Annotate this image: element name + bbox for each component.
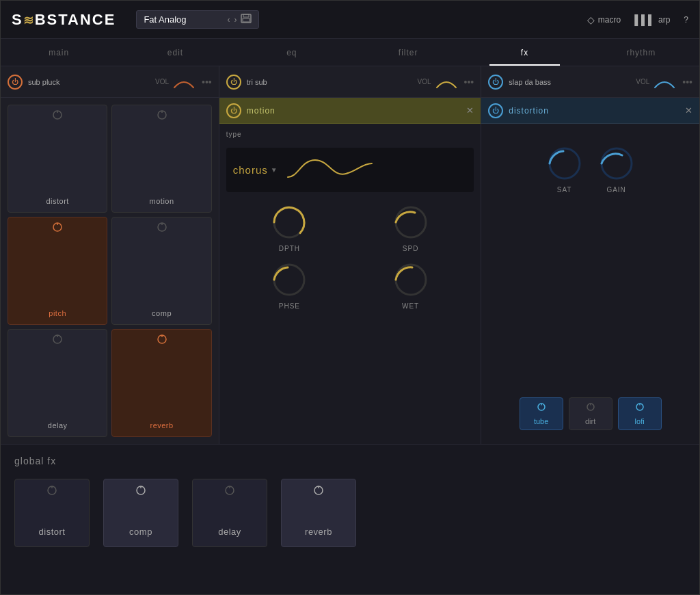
channel-2-more-button[interactable]: ••• [464,77,474,88]
dist-type-dirt-power[interactable] [586,402,595,414]
arp-button[interactable]: ▌▌▌ arp [634,14,670,25]
motion-panel-title: motion [247,106,467,116]
macro-button[interactable]: ◇ macro [587,14,621,25]
dist-type-lofi-label: lofi [635,417,645,425]
motion-panel-close[interactable]: ✕ [466,105,474,116]
fx-cell-delay1-label: delay [48,421,68,429]
preset-prev-button[interactable]: ‹ [227,15,230,25]
type-selector[interactable]: chorus ▼ [233,164,278,176]
global-fx-reverb[interactable]: reverb [281,479,356,547]
channel-2-vol-knob[interactable] [434,75,459,89]
tab-filter[interactable]: filter [350,39,466,66]
dist-type-lofi-power[interactable] [635,402,645,414]
distortion-panel-header: ⏻ distortion ✕ [481,98,699,124]
preset-name: Fat Analog [144,14,220,25]
knob-spd-control[interactable] [392,203,430,241]
fx-cell-comp1-label: comp [152,309,172,317]
channel-2-power[interactable]: ⏻ [226,75,241,90]
dist-type-tube-label: tube [534,417,548,425]
global-fx-comp[interactable]: comp [103,479,178,547]
fx-cell-reverb1-label: reverb [150,421,173,429]
knob-dpth-label: DPTH [279,245,300,252]
knob-phse-control[interactable] [270,261,308,299]
type-value: chorus [233,164,268,176]
fx-cell-comp1[interactable]: comp [111,217,211,325]
knob-dpth: DPTH [233,203,346,252]
global-fx-distort-power[interactable] [46,485,57,499]
tab-main[interactable]: main [1,39,117,66]
help-button[interactable]: ? [684,15,688,25]
fx-cell-comp1-power[interactable] [157,222,167,235]
channel-3-header: ⏻ slap da bass VOL ••• [481,66,699,98]
channel-1-vol-knob[interactable] [172,75,196,89]
distortion-panel-close[interactable]: ✕ [685,105,692,116]
tab-eq[interactable]: eq [234,39,350,66]
dist-type-dirt[interactable]: dirt [569,397,612,430]
sat-gain-row: SAT GAIN [546,144,636,194]
fx-cell-pitch1[interactable]: pitch [8,217,107,325]
fx-cell-delay1[interactable]: delay [8,329,107,437]
dropdown-arrow: ▼ [271,166,278,174]
knob-wet-control[interactable] [392,261,430,299]
knob-dpth-control[interactable] [270,203,308,241]
dist-type-dirt-label: dirt [585,417,595,425]
fx-cell-distort1[interactable]: distort [8,105,107,213]
tab-rhythm[interactable]: rhythm [583,39,699,66]
distortion-panel-power[interactable]: ⏻ [488,103,503,118]
channel-2-vol-area: VOL [418,75,459,89]
channel-1-more-button[interactable]: ••• [202,77,212,88]
channel-1: ⏻ sub pluck VOL ••• distort [1,66,219,444]
channel-3: ⏻ slap da bass VOL ••• ⏻ distortion ✕ [481,66,699,444]
channel-3-power[interactable]: ⏻ [488,75,503,90]
knob-wet: WET [354,261,467,310]
tab-fx[interactable]: fx [466,39,582,66]
distortion-panel-title: distortion [509,106,685,116]
knob-phse: PHSE [233,261,346,310]
tab-edit[interactable]: edit [117,39,233,66]
global-fx-comp-label: comp [129,527,152,537]
dist-type-lofi[interactable]: lofi [618,397,662,430]
channel-3-more-button[interactable]: ••• [682,77,692,88]
global-fx-distort[interactable]: distort [14,479,90,547]
channel-2-name: tri sub [247,78,412,86]
preset-next-button[interactable]: › [234,15,237,25]
knob-gain-label: GAIN [606,186,625,194]
fx-cell-motion1-power[interactable] [157,109,167,123]
fx-cell-pitch1-power[interactable] [52,222,63,235]
fx-cell-motion1[interactable]: motion [111,105,211,213]
channel-3-vol-knob[interactable] [652,75,677,89]
logo-icon: ≋ [23,13,35,28]
header-right: ◇ macro ▌▌▌ arp ? [587,14,688,25]
fx-cell-distort1-power[interactable] [52,109,63,123]
motion-panel-power[interactable]: ⏻ [226,103,241,118]
macro-icon: ◇ [587,14,595,25]
global-fx-delay-label: delay [218,527,241,537]
fx-cell-pitch1-label: pitch [49,309,66,317]
channel-3-name: slap da bass [509,78,630,86]
nav-tabs: main edit eq filter fx rhythm [1,39,699,66]
global-fx-delay[interactable]: delay [192,479,267,547]
svg-point-17 [274,265,304,295]
knob-gain-control[interactable] [597,144,636,183]
fx-cell-reverb1-power[interactable] [157,334,167,347]
knob-wet-label: WET [402,302,419,310]
knob-sat-control[interactable] [546,144,584,183]
global-fx-reverb-power[interactable] [313,485,324,499]
dist-content: SAT GAIN [481,124,699,444]
motion-content: type chorus ▼ [219,124,481,444]
save-button[interactable] [241,14,252,25]
channel-1-vol-area: VOL [155,75,196,89]
knob-gain: GAIN [597,144,636,194]
main-content: ⏻ sub pluck VOL ••• distort [1,66,699,444]
knob-sat: SAT [546,144,584,194]
global-fx-delay-power[interactable] [224,485,235,499]
fx-cell-reverb1[interactable]: reverb [111,329,211,437]
channel-1-power[interactable]: ⏻ [8,75,23,90]
app-container: S≋BSTANCE Fat Analog ‹ › ◇ macro ▌ [0,0,700,595]
dist-type-tube[interactable]: tube [520,397,563,430]
fx-cell-delay1-power[interactable] [52,334,63,347]
dist-type-tube-power[interactable] [537,402,546,414]
global-fx-comp-power[interactable] [135,485,146,499]
knob-phse-label: PHSE [279,302,300,310]
channel-2-vol-label: VOL [418,78,431,85]
